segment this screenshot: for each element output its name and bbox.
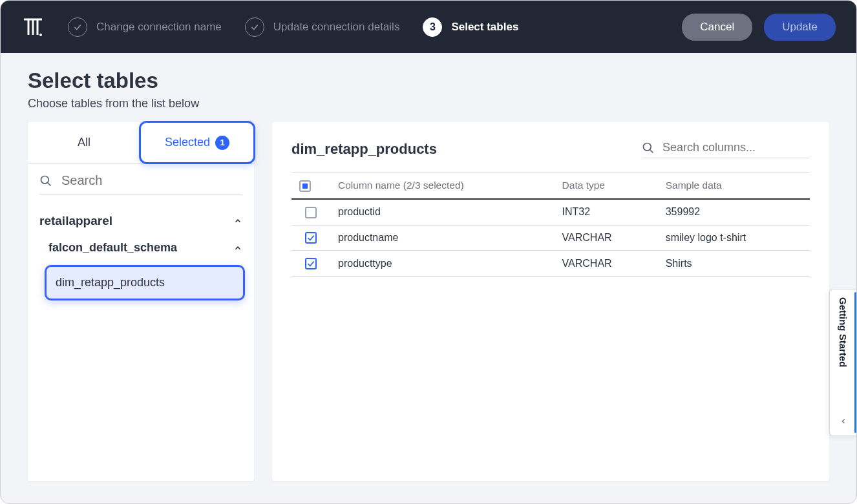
step-1-label: Change connection name <box>96 21 222 34</box>
cell-type: VARCHAR <box>555 225 658 251</box>
checkbox-checked-icon <box>305 258 317 269</box>
chevron-up-icon <box>233 244 242 253</box>
cell-name: productid <box>330 199 555 225</box>
getting-started-label: Getting Started <box>838 297 849 367</box>
col-header-sample: Sample data <box>658 173 810 199</box>
step-2-label: Update connection details <box>273 21 400 34</box>
database-node[interactable]: retailapparel <box>33 207 249 235</box>
svg-line-6 <box>48 182 51 185</box>
table-row: productidINT32359992 <box>291 199 810 225</box>
cell-name: producttype <box>330 251 555 277</box>
cell-type: VARCHAR <box>555 251 658 277</box>
schema-node[interactable]: falcon_default_schema <box>33 235 249 261</box>
page-title: Select tables <box>28 68 829 93</box>
svg-point-7 <box>644 143 651 151</box>
table-search-wrap <box>28 163 254 200</box>
step-number: 3 <box>423 17 442 37</box>
column-search-input[interactable] <box>661 140 814 155</box>
cell-sample: smiley logo t-shirt <box>658 225 810 251</box>
col-header-name: Column name (2/3 selected) <box>330 173 555 199</box>
select-all-header[interactable] <box>291 173 330 199</box>
step-3[interactable]: 3 Select tables <box>423 17 518 37</box>
page-heading: Select tables Choose tables from the lis… <box>1 53 856 122</box>
cell-type: INT32 <box>555 199 658 225</box>
table-name: dim_retapp_products <box>56 276 165 289</box>
columns-table: Column name (2/3 selected) Data type Sam… <box>291 173 810 277</box>
table-tree: retailapparel falcon_default_schema dim_… <box>28 200 254 312</box>
svg-line-8 <box>650 149 653 152</box>
chevron-left-icon <box>840 416 847 428</box>
checkbox-empty-icon <box>305 207 317 218</box>
cell-sample: Shirts <box>658 251 810 277</box>
table-row: producttypeVARCHARShirts <box>291 251 810 277</box>
svg-point-5 <box>41 176 49 184</box>
table-search[interactable] <box>39 173 242 194</box>
step-1[interactable]: Change connection name <box>68 17 222 37</box>
row-checkbox[interactable] <box>291 199 330 225</box>
tab-selected-label: Selected <box>165 136 210 149</box>
checkbox-indeterminate-icon <box>299 180 311 192</box>
update-button[interactable]: Update <box>764 14 836 41</box>
tables-tabs: All Selected 1 <box>28 122 254 163</box>
chevron-up-icon <box>233 216 242 226</box>
step-2[interactable]: Update connection details <box>245 17 400 37</box>
selected-count-badge: 1 <box>215 136 229 150</box>
getting-started-tab[interactable]: Getting Started <box>829 289 856 436</box>
table-node-selected[interactable]: dim_retapp_products <box>45 265 245 300</box>
cancel-button[interactable]: Cancel <box>682 14 752 41</box>
svg-point-4 <box>39 34 42 36</box>
check-icon <box>68 17 87 37</box>
app-header: Change connection name Update connection… <box>1 1 856 53</box>
row-checkbox[interactable] <box>291 251 330 277</box>
table-search-input[interactable] <box>60 173 242 189</box>
col-header-type: Data type <box>555 173 658 199</box>
tab-all[interactable]: All <box>28 122 140 163</box>
columns-header: dim_retapp_products <box>291 140 810 158</box>
page-subtitle: Choose tables from the list below <box>28 97 829 110</box>
wizard-steps: Change connection name Update connection… <box>68 17 664 37</box>
step-3-label: Select tables <box>451 21 518 34</box>
tab-selected[interactable]: Selected 1 <box>139 121 255 164</box>
app-frame: Change connection name Update connection… <box>0 0 857 504</box>
database-name: retailapparel <box>39 214 112 228</box>
check-icon <box>245 17 264 37</box>
row-checkbox[interactable] <box>291 225 330 251</box>
content-area: All Selected 1 retailapparel falco <box>1 122 856 494</box>
checkbox-checked-icon <box>305 232 317 244</box>
logo-icon <box>21 16 45 39</box>
column-search[interactable] <box>642 140 810 158</box>
schema-name: falcon_default_schema <box>48 241 177 255</box>
header-actions: Cancel Update <box>682 14 836 41</box>
columns-panel: dim_retapp_products Column name (2/3 sel… <box>272 122 829 481</box>
search-icon <box>39 174 52 187</box>
search-icon <box>642 142 655 154</box>
cell-sample: 359992 <box>658 199 810 225</box>
tables-panel: All Selected 1 retailapparel falco <box>28 122 254 481</box>
app-logo <box>21 16 45 39</box>
table-row: productnameVARCHARsmiley logo t-shirt <box>291 225 810 251</box>
selected-table-title: dim_retapp_products <box>291 141 437 158</box>
cell-name: productname <box>330 225 555 251</box>
